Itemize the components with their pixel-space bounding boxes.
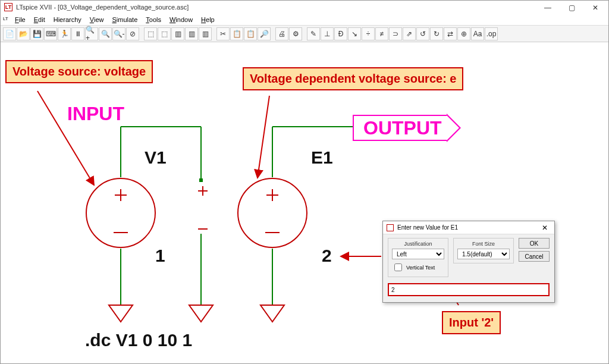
app-window: LT LTspice XVII - [03_Voltage_dependent_…: [0, 0, 609, 364]
toolbar-button-4[interactable]: 🏃: [58, 27, 71, 40]
callout-voltage-source: Voltage source: voltage: [5, 60, 153, 83]
refdes-e1[interactable]: E1: [311, 148, 333, 168]
close-button[interactable]: ✕: [583, 2, 607, 14]
toolbar-button-23[interactable]: ⚙: [289, 27, 302, 40]
minimize-button[interactable]: —: [536, 2, 560, 14]
toolbar-button-2[interactable]: 💾: [30, 27, 43, 40]
toolbar-button-12[interactable]: ⬚: [158, 27, 171, 40]
menu-tools[interactable]: Tools: [142, 15, 165, 24]
value-input[interactable]: [390, 285, 548, 294]
toolbar-button-30[interactable]: ≠: [375, 27, 388, 40]
callout-vdvs: Voltage dependent voltage source: e: [243, 67, 463, 90]
fontsize-label: Font Size: [457, 241, 510, 247]
flag-point-icon: [447, 114, 461, 142]
toolbar-button-14[interactable]: ▥: [185, 27, 198, 40]
spice-directive[interactable]: .dc V1 0 10 1: [85, 330, 192, 350]
edit-value-dialog: Enter new Value for E1 ✕ Justification L…: [382, 221, 555, 303]
toolbar-button-15[interactable]: ▥: [199, 27, 212, 40]
toolbar-button-29[interactable]: ÷: [362, 27, 375, 40]
toolbar-button-28[interactable]: ↘: [348, 27, 361, 40]
dialog-close-button[interactable]: ✕: [539, 224, 551, 232]
menu-window[interactable]: Window: [166, 15, 196, 24]
dialog-icon: [387, 224, 394, 231]
menu-view[interactable]: View: [86, 15, 108, 24]
toolbar-button-27[interactable]: Đ: [334, 27, 347, 40]
toolbar-button-7[interactable]: 🔍: [99, 27, 112, 40]
menu-bar: LT File Edit Hierarchy View Simulate Too…: [1, 14, 608, 26]
refdes-v1[interactable]: V1: [145, 148, 167, 168]
svg-point-13: [238, 178, 307, 247]
toolbar-button-32[interactable]: ⇗: [403, 27, 416, 40]
toolbar-button-18[interactable]: 📋: [230, 27, 243, 40]
toolbar-button-25[interactable]: ✎: [307, 27, 320, 40]
toolbar-button-11[interactable]: ⬚: [144, 27, 157, 40]
toolbar-button-31[interactable]: ⊃: [389, 27, 402, 40]
toolbar-button-19[interactable]: 📋: [244, 27, 257, 40]
menu-simulate[interactable]: Simulate: [108, 15, 141, 24]
app-logo-icon: LT: [4, 3, 12, 11]
schematic-svg: [2, 43, 607, 362]
toolbar-button-1[interactable]: 📂: [17, 27, 30, 40]
value-e1[interactable]: 2: [322, 246, 332, 266]
net-label-output: OUTPUT: [353, 115, 447, 141]
callout-input-2: Input '2': [442, 311, 501, 334]
toolbar-button-37[interactable]: Aa: [471, 27, 484, 40]
toolbar-button-35[interactable]: ⇄: [444, 27, 457, 40]
svg-rect-8: [199, 178, 203, 182]
vertical-text-checkbox[interactable]: Vertical Text: [392, 262, 444, 273]
toolbar-button-8[interactable]: 🔍-: [112, 27, 125, 40]
justification-label: Justification: [392, 241, 444, 247]
fontsize-select[interactable]: 1.5(default): [457, 249, 510, 259]
toolbar: 📄📂💾⌨🏃⏸🔍+🔍🔍-⊘⬚⬚▥▥▥✂📋📋🔎🖨⚙✎⊥Đ↘÷≠⊃⇗↺↻⇄⊕Aa.op: [1, 26, 608, 42]
svg-line-21: [258, 96, 269, 178]
net-label-input[interactable]: INPUT: [67, 103, 124, 125]
toolbar-button-3[interactable]: ⌨: [44, 27, 57, 40]
toolbar-button-36[interactable]: ⊕: [457, 27, 470, 40]
toolbar-button-6[interactable]: 🔍+: [85, 27, 98, 40]
toolbar-button-22[interactable]: 🖨: [275, 27, 288, 40]
toolbar-button-9[interactable]: ⊘: [126, 27, 139, 40]
maximize-button[interactable]: ▢: [560, 2, 583, 14]
toolbar-button-34[interactable]: ↻: [430, 27, 443, 40]
doc-icon: LT: [3, 16, 10, 23]
window-title: LTspice XVII - [03_Voltage_dependent_vol…: [16, 4, 189, 11]
toolbar-button-13[interactable]: ▥: [171, 27, 184, 40]
cancel-button[interactable]: Cancel: [519, 251, 550, 262]
menu-hierarchy[interactable]: Hierarchy: [50, 15, 85, 24]
toolbar-button-38[interactable]: .op: [485, 27, 498, 40]
justification-select[interactable]: Left: [392, 249, 444, 259]
toolbar-button-17[interactable]: ✂: [216, 27, 230, 40]
net-flag-output[interactable]: OUTPUT: [353, 114, 461, 142]
value-v1[interactable]: 1: [155, 246, 165, 266]
menu-edit[interactable]: Edit: [30, 15, 49, 24]
toolbar-button-26[interactable]: ⊥: [321, 27, 334, 40]
schematic-canvas[interactable]: Voltage source: voltage Voltage dependen…: [2, 43, 607, 362]
toolbar-button-20[interactable]: 🔎: [258, 27, 271, 40]
toolbar-button-0[interactable]: 📄: [3, 27, 16, 40]
dialog-titlebar: Enter new Value for E1 ✕: [383, 221, 554, 234]
dialog-title: Enter new Value for E1: [397, 224, 458, 231]
svg-point-9: [86, 178, 155, 247]
menu-file[interactable]: File: [11, 15, 29, 24]
menu-help[interactable]: Help: [197, 15, 218, 24]
ok-button[interactable]: OK: [519, 238, 550, 249]
toolbar-button-5[interactable]: ⏸: [71, 27, 84, 40]
title-bar: LT LTspice XVII - [03_Voltage_dependent_…: [1, 1, 608, 14]
toolbar-button-33[interactable]: ↺: [416, 27, 429, 40]
